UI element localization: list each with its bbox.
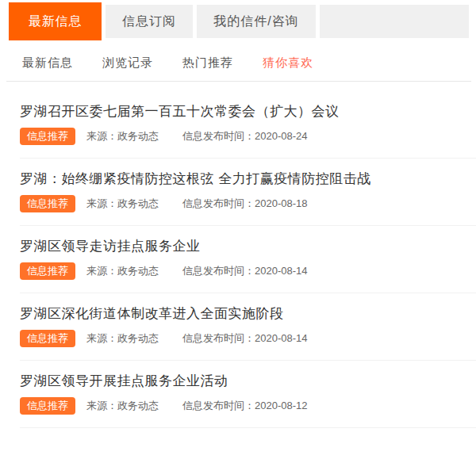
news-publish-time: 信息发布时间：2020-08-14 xyxy=(182,331,308,346)
recommend-badge: 信息推荐 xyxy=(20,128,75,145)
subnav-item-hot-recommend[interactable]: 热门推荐 xyxy=(182,55,233,71)
time-prefix: 信息发布时间： xyxy=(182,130,255,142)
time-value: 2020-08-14 xyxy=(255,332,308,344)
time-prefix: 信息发布时间： xyxy=(182,400,255,411)
source-value: 政务动态 xyxy=(117,332,159,344)
news-title-link[interactable]: 罗湖召开区委七届第一百五十次常委会（扩大）会议 xyxy=(20,102,468,121)
recommend-badge: 信息推荐 xyxy=(20,195,75,212)
source-prefix: 来源： xyxy=(86,400,117,411)
recommend-badge: 信息推荐 xyxy=(20,397,75,415)
source-value: 政务动态 xyxy=(117,130,159,142)
news-title-link[interactable]: 罗湖区领导开展挂点服务企业活动 xyxy=(20,372,468,391)
news-publish-time: 信息发布时间：2020-08-14 xyxy=(182,264,308,278)
news-source: 来源：政务动态 xyxy=(86,331,159,346)
tab-latest-info[interactable]: 最新信息 xyxy=(9,2,102,40)
news-list: 罗湖召开区委七届第一百五十次常委会（扩大）会议 信息推荐 来源：政务动态 信息发… xyxy=(0,82,476,428)
time-value: 2020-08-14 xyxy=(255,265,308,277)
subnav-item-latest-info[interactable]: 最新信息 xyxy=(22,55,73,71)
top-tab-bar: 最新信息 信息订阅 我的信件/咨询 xyxy=(9,2,469,40)
time-prefix: 信息发布时间： xyxy=(182,332,255,344)
tab-bar-filler xyxy=(320,5,469,38)
news-meta: 信息推荐 来源：政务动态 信息发布时间：2020-08-12 xyxy=(20,397,468,415)
tab-info-subscription[interactable]: 信息订阅 xyxy=(106,5,193,38)
news-title-link[interactable]: 罗湖区深化街道体制改革进入全面实施阶段 xyxy=(20,304,468,323)
news-publish-time: 信息发布时间：2020-08-24 xyxy=(182,129,308,143)
news-source: 来源：政务动态 xyxy=(86,129,159,143)
subnav-item-guess-you-like[interactable]: 猜你喜欢 xyxy=(263,55,313,71)
source-prefix: 来源： xyxy=(86,265,117,277)
source-value: 政务动态 xyxy=(117,197,159,209)
news-publish-time: 信息发布时间：2020-08-12 xyxy=(182,399,308,413)
recommend-badge: 信息推荐 xyxy=(20,330,75,347)
news-item: 罗湖召开区委七届第一百五十次常委会（扩大）会议 信息推荐 来源：政务动态 信息发… xyxy=(20,91,476,159)
news-source: 来源：政务动态 xyxy=(86,264,159,278)
subnav-item-browse-history[interactable]: 浏览记录 xyxy=(102,55,153,71)
news-source: 来源：政务动态 xyxy=(86,399,159,413)
news-meta: 信息推荐 来源：政务动态 信息发布时间：2020-08-14 xyxy=(20,330,468,347)
sub-nav: 最新信息 浏览记录 热门推荐 猜你喜欢 xyxy=(22,40,470,81)
news-title-link[interactable]: 罗湖区领导走访挂点服务企业 xyxy=(20,237,468,256)
news-meta: 信息推荐 来源：政务动态 信息发布时间：2020-08-24 xyxy=(20,128,468,145)
news-item: 罗湖区领导开展挂点服务企业活动 信息推荐 来源：政务动态 信息发布时间：2020… xyxy=(20,361,476,428)
news-item: 罗湖区深化街道体制改革进入全面实施阶段 信息推荐 来源：政务动态 信息发布时间：… xyxy=(20,293,476,361)
news-title-link[interactable]: 罗湖：始终绷紧疫情防控这根弦 全力打赢疫情防控阻击战 xyxy=(20,170,468,189)
news-item: 罗湖：始终绷紧疫情防控这根弦 全力打赢疫情防控阻击战 信息推荐 来源：政务动态 … xyxy=(20,159,476,226)
tab-my-letters-consultation[interactable]: 我的信件/咨询 xyxy=(197,5,316,38)
recommend-badge: 信息推荐 xyxy=(20,262,75,280)
source-prefix: 来源： xyxy=(86,332,117,344)
time-prefix: 信息发布时间： xyxy=(182,265,255,277)
news-source: 来源：政务动态 xyxy=(86,197,159,211)
source-value: 政务动态 xyxy=(117,400,159,411)
news-meta: 信息推荐 来源：政务动态 信息发布时间：2020-08-18 xyxy=(20,195,468,212)
time-value: 2020-08-24 xyxy=(255,130,308,142)
time-value: 2020-08-12 xyxy=(255,400,308,411)
source-prefix: 来源： xyxy=(86,130,117,142)
news-meta: 信息推荐 来源：政务动态 信息发布时间：2020-08-14 xyxy=(20,262,468,280)
source-prefix: 来源： xyxy=(86,197,117,209)
time-value: 2020-08-18 xyxy=(255,197,308,209)
source-value: 政务动态 xyxy=(117,265,159,277)
news-item: 罗湖区领导走访挂点服务企业 信息推荐 来源：政务动态 信息发布时间：2020-0… xyxy=(20,226,476,293)
news-publish-time: 信息发布时间：2020-08-18 xyxy=(182,197,308,211)
time-prefix: 信息发布时间： xyxy=(182,197,255,209)
